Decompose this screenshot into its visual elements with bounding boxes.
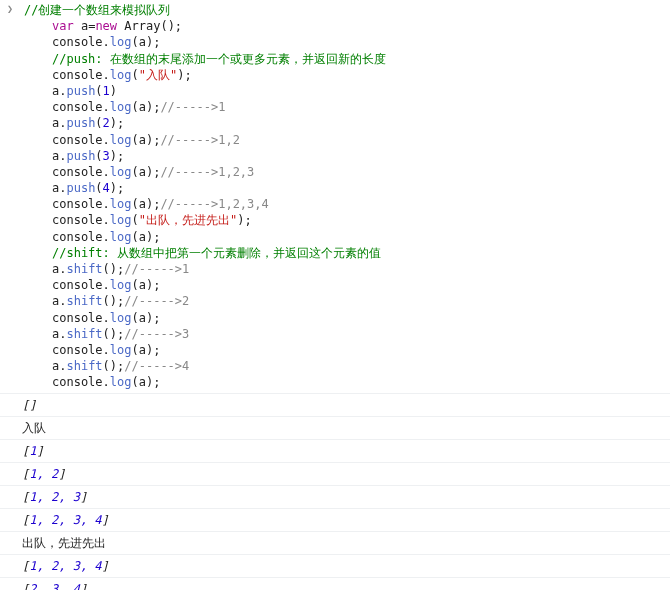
console-output: [2, 3, 4]: [0, 577, 670, 591]
console-output: 出队，先进先出: [0, 531, 670, 554]
comment: //----->2: [124, 294, 189, 308]
input-chevron-icon: ❯: [0, 2, 20, 14]
comment-push: //push:: [52, 52, 103, 66]
code-block[interactable]: //创建一个数组来模拟队列 var a=new Array(); console…: [20, 2, 670, 391]
comment: //----->1,2: [160, 133, 239, 147]
string-dequeue: "出队，先进先出": [139, 213, 237, 227]
console-output: [1, 2, 3, 4]: [0, 554, 670, 577]
comment-shift: //shift:: [52, 246, 110, 260]
console-output: []: [0, 393, 670, 416]
string-enqueue: "入队": [139, 68, 177, 82]
console-output: 入队: [0, 416, 670, 439]
comment: //创建一个数组来模拟队列: [24, 3, 170, 17]
devtools-console: ❯ //创建一个数组来模拟队列 var a=new Array(); conso…: [0, 0, 670, 590]
keyword-new: new: [95, 19, 117, 33]
comment: //----->1,2,3: [160, 165, 254, 179]
console-output: [1, 2, 3]: [0, 485, 670, 508]
console-output: [1, 2]: [0, 462, 670, 485]
comment: //----->4: [124, 359, 189, 373]
comment: //----->3: [124, 327, 189, 341]
console-output: [1, 2, 3, 4]: [0, 508, 670, 531]
console-output: [1]: [0, 439, 670, 462]
comment: //----->1,2,3,4: [160, 197, 268, 211]
console-input-row: ❯ //创建一个数组来模拟队列 var a=new Array(); conso…: [0, 0, 670, 393]
keyword-var: var: [52, 19, 74, 33]
comment: //----->1: [160, 100, 225, 114]
comment: //----->1: [124, 262, 189, 276]
